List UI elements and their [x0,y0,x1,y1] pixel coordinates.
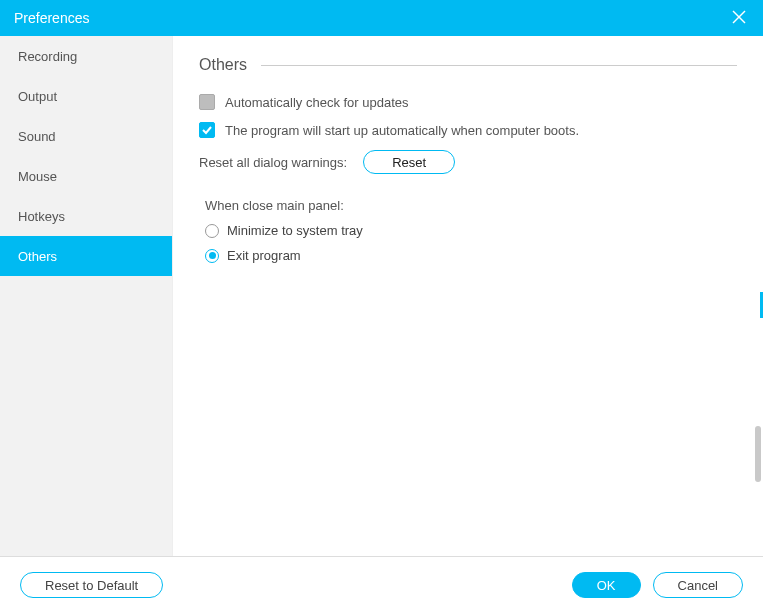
sidebar-item-mouse[interactable]: Mouse [0,156,172,196]
ok-button[interactable]: OK [572,572,641,598]
scrollbar-thumb[interactable] [755,426,761,482]
radio-label: Exit program [227,248,301,263]
sidebar-item-label: Hotkeys [18,209,65,224]
sidebar-item-hotkeys[interactable]: Hotkeys [0,196,172,236]
sidebar-item-label: Mouse [18,169,57,184]
sidebar-item-others[interactable]: Others [0,236,172,276]
checkbox-label: The program will start up automatically … [225,123,579,138]
checkbox-auto-update[interactable] [199,94,215,110]
footer: Reset to Default OK Cancel [0,556,763,613]
checkbox-autostart[interactable] [199,122,215,138]
radio-label: Minimize to system tray [227,223,363,238]
titlebar: Preferences [0,0,763,36]
close-icon[interactable] [731,9,749,27]
window-title: Preferences [14,10,89,26]
sidebar-item-label: Recording [18,49,77,64]
reset-to-default-button[interactable]: Reset to Default [20,572,163,598]
section-title: Others [199,56,247,74]
reset-button[interactable]: Reset [363,150,455,174]
sidebar-item-label: Others [18,249,57,264]
radio-option-exit[interactable]: Exit program [205,248,737,263]
sidebar-item-recording[interactable]: Recording [0,36,172,76]
sidebar-item-output[interactable]: Output [0,76,172,116]
radio-icon [205,224,219,238]
radio-icon [205,249,219,263]
sidebar-item-label: Output [18,89,57,104]
checkbox-label: Automatically check for updates [225,95,409,110]
reset-warnings-label: Reset all dialog warnings: [199,155,347,170]
sidebar-item-sound[interactable]: Sound [0,116,172,156]
main-panel: Others Automatically check for updates T… [173,36,763,556]
sidebar: Recording Output Sound Mouse Hotkeys Oth… [0,36,173,556]
sidebar-item-label: Sound [18,129,56,144]
cancel-button[interactable]: Cancel [653,572,743,598]
section-divider [261,65,737,66]
close-panel-title: When close main panel: [205,198,737,213]
radio-option-minimize[interactable]: Minimize to system tray [205,223,737,238]
